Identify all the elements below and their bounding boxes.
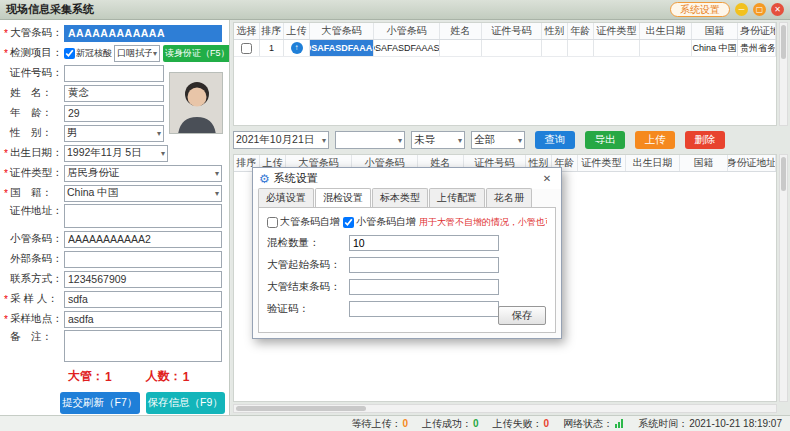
upper-table-scrollbar[interactable] (779, 22, 788, 126)
query-button[interactable]: 查询 (535, 131, 575, 149)
chevron-down-icon: ▾ (214, 189, 219, 198)
row-big-tube-cell: DSAFASDFAAAS (310, 40, 374, 56)
dialog-save-button[interactable]: 保存 (498, 306, 546, 325)
id-address-input[interactable] (64, 204, 222, 228)
big-auto-increment-checkbox[interactable] (267, 217, 278, 228)
system-settings-dialog: ⚙ 系统设置 ✕ 必填设置 混检设置 标本类型 上传配置 花名册 大管条码自增 … (252, 167, 562, 339)
scope-select[interactable]: 全部 ▾ (471, 131, 525, 149)
mix-count-input[interactable] (349, 235, 499, 251)
date-filter[interactable]: 2021年10月21日 ▾ (233, 131, 329, 149)
mix-count-label: 混检数量： (267, 236, 349, 250)
upper-table: 选择排序上传大管条码小管条码姓名证件号码性别年龄证件类型出生日期国籍身份证地址 … (233, 22, 777, 126)
small-tube-label: 小管条码： (4, 232, 64, 246)
birth-date-picker[interactable]: 1992年11月 5日 ▾ (64, 145, 168, 162)
nationality-select[interactable]: China 中国 ▾ (64, 185, 222, 202)
gender-select[interactable]: 男 ▾ (64, 125, 164, 142)
small-auto-increment-checkbox[interactable] (343, 217, 354, 228)
nationality-label: *国 籍： (4, 186, 64, 200)
external-barcode-label: 外部条码： (4, 252, 64, 266)
scrollbar-thumb[interactable] (781, 25, 786, 59)
row-upload-cell: ↑ (284, 40, 310, 56)
small-auto-increment-option[interactable]: 小管条码自增 (343, 215, 416, 229)
maximize-button[interactable]: ▢ (753, 3, 766, 16)
minimize-button[interactable]: ─ (735, 3, 748, 16)
dialog-close-button[interactable]: ✕ (539, 173, 555, 184)
tab-roster[interactable]: 花名册 (486, 188, 532, 207)
remark-input[interactable] (64, 330, 222, 362)
tab-mix-settings[interactable]: 混检设置 (315, 188, 371, 208)
row-birth-cell (640, 40, 692, 56)
end-code-input[interactable] (349, 279, 499, 295)
lower-table-scrollbar[interactable] (779, 154, 788, 402)
people-counter-label: 人数： (146, 368, 182, 385)
delete-button[interactable]: 删除 (685, 131, 725, 149)
column-header: 年龄 (568, 23, 594, 39)
label-text: 证件类型： (10, 166, 63, 180)
id-type-label: *证件类型： (4, 166, 64, 180)
tab-specimen-type[interactable]: 标本类型 (372, 188, 428, 207)
people-counter: 人数：1 (146, 368, 190, 385)
start-code-label: 大管起始条码： (267, 258, 349, 272)
upload-button[interactable]: 上传 (635, 131, 675, 149)
chevron-down-icon: ▾ (156, 129, 161, 138)
swab-type-select[interactable]: 口咽拭子 ▾ (114, 45, 160, 62)
system-settings-button[interactable]: 系统设置 (670, 2, 730, 17)
age-input[interactable] (64, 105, 164, 122)
remark-row: 备 注： (4, 330, 225, 362)
export-state-select[interactable]: 未导 ▾ (411, 131, 465, 149)
id-type-select[interactable]: 居民身份证 ▾ (64, 165, 222, 182)
mix-count-row: 混检数量： (267, 235, 547, 251)
export-button[interactable]: 导出 (585, 131, 625, 149)
end-code-row: 大管结束条码： (267, 279, 547, 295)
external-barcode-input[interactable] (64, 251, 222, 268)
covid-test-checkbox[interactable] (64, 48, 75, 59)
upload-status-icon: ↑ (291, 42, 303, 54)
row-name-cell (440, 40, 482, 56)
submit-refresh-button[interactable]: 提交刷新（F7） (60, 392, 140, 414)
chevron-down-icon: ▾ (517, 136, 522, 145)
horizontal-scrollbar[interactable] (233, 404, 777, 413)
big-auto-increment-option[interactable]: 大管条码自增 (267, 215, 340, 229)
read-id-card-button[interactable]: 读身份证（F5） (163, 45, 230, 62)
big-tube-row: *大管条码： (4, 24, 225, 42)
scrollbar-thumb[interactable] (236, 406, 366, 411)
chevron-down-icon: ▾ (457, 136, 462, 145)
big-tube-input[interactable] (64, 25, 222, 42)
column-header: 出生日期 (640, 23, 692, 39)
start-code-input[interactable] (349, 257, 499, 273)
sampler-input[interactable] (64, 291, 222, 308)
id-number-input[interactable] (64, 65, 164, 82)
row-gender-cell (542, 40, 568, 56)
tab-required-settings[interactable]: 必填设置 (258, 188, 314, 207)
table-row[interactable]: 1 ↑ DSAFASDFAAAS DSAFASDFAAAS1 China 中国 … (234, 40, 776, 57)
upload-fail-value: 0 (544, 418, 550, 429)
upload-success-label: 上传成功： (422, 417, 472, 431)
column-header: 身份证地址 (728, 155, 776, 171)
label-text: 性 别： (10, 126, 52, 140)
save-info-button[interactable]: 保存信息（F9） (146, 392, 226, 414)
row-small-tube-cell: DSAFASDFAAAS1 (374, 40, 440, 56)
name-input[interactable] (64, 85, 164, 102)
captcha-input[interactable] (349, 301, 499, 317)
test-item-row: *检测项目： 新冠核酸 口咽拭子 ▾ 读身份证（F5） (4, 44, 225, 62)
small-tube-input[interactable] (64, 231, 222, 248)
scope-select-value: 全部 (474, 133, 517, 147)
contact-input[interactable] (64, 271, 222, 288)
network-status-label: 网络状态： (563, 417, 613, 431)
statusbar: 等待上传： 0 上传成功： 0 上传失败： 0 网络状态： 系统时间： 2021… (0, 415, 790, 431)
filter-select[interactable]: ▾ (335, 131, 405, 149)
row-select-checkbox[interactable] (241, 43, 252, 54)
dialog-tabs: 必填设置 混检设置 标本类型 上传配置 花名册 (253, 189, 561, 207)
birth-date-value: 1992年11月 5日 (67, 146, 160, 160)
test-item-label: *检测项目： (4, 46, 64, 60)
label-text: 年 龄： (10, 106, 52, 120)
label-text: 采样地点： (10, 312, 63, 326)
label-text: 国 籍： (10, 186, 52, 200)
sampling-location-input[interactable] (64, 311, 222, 328)
scrollbar-thumb[interactable] (781, 157, 786, 191)
column-header: 性别 (542, 23, 568, 39)
patient-form-panel: *大管条码： *检测项目： 新冠核酸 口咽拭子 ▾ 读身份证（F5） 证件号码：… (0, 20, 230, 415)
close-button[interactable]: ✕ (771, 3, 784, 16)
tab-upload-config[interactable]: 上传配置 (429, 188, 485, 207)
form-buttons: 提交刷新（F7） 保存信息（F9） (60, 392, 225, 414)
